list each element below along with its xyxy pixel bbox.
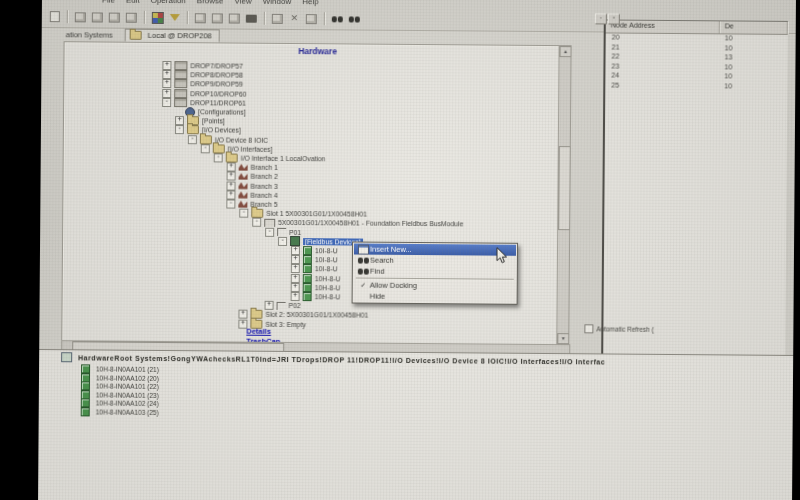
tree-row[interactable]: -DROP11/DROP61 bbox=[162, 98, 246, 108]
tree-row[interactable]: +10H-8-U bbox=[291, 274, 341, 283]
tree-label[interactable]: DROP8/DROP58 bbox=[190, 71, 243, 78]
filter-button[interactable] bbox=[166, 10, 183, 25]
tree-label[interactable]: 10I-8-U bbox=[315, 266, 338, 273]
collapse-icon[interactable]: - bbox=[175, 125, 184, 134]
window-button[interactable] bbox=[269, 11, 286, 26]
copy-button[interactable] bbox=[106, 10, 123, 25]
tree-label[interactable]: Branch 1 bbox=[251, 164, 278, 171]
collapse-icon[interactable]: - bbox=[188, 135, 197, 144]
tree-label[interactable]: Slot 2: 5X00301G01/1X00458H01 bbox=[265, 311, 368, 319]
scroll-down-arrow[interactable]: ▼ bbox=[557, 333, 569, 344]
import-button[interactable] bbox=[209, 10, 226, 25]
find-toolbar-button[interactable] bbox=[346, 11, 363, 26]
tree-label[interactable]: I/O Interface 1 LocalOvation bbox=[241, 155, 326, 163]
menu-help[interactable]: Help bbox=[302, 0, 319, 6]
tree-row[interactable]: [Configurations] bbox=[175, 107, 246, 117]
camera-button[interactable] bbox=[243, 11, 260, 26]
undo-button[interactable] bbox=[72, 9, 89, 24]
tree-label[interactable]: I/O Device 8 IOIC bbox=[215, 136, 268, 143]
tree-row[interactable]: -[Fieldbus Devices] bbox=[278, 237, 363, 247]
menu-item-find[interactable]: Find bbox=[354, 266, 516, 278]
paste-button[interactable] bbox=[123, 10, 140, 25]
tree-label[interactable]: [Configurations] bbox=[198, 108, 246, 115]
print-button[interactable] bbox=[46, 9, 63, 24]
tree-label[interactable]: 5X00301G01/1X00458H01 - Foundation Field… bbox=[278, 219, 463, 227]
tree-label[interactable]: 10H-8-U bbox=[315, 284, 341, 291]
tree-row[interactable]: +10I-8-U bbox=[291, 264, 338, 273]
tree-row[interactable]: +10I-8-U bbox=[291, 255, 338, 264]
restore-button[interactable]: ▫ bbox=[608, 13, 620, 24]
collapse-icon[interactable]: - bbox=[265, 227, 274, 236]
tree-label[interactable]: 10I-8-U bbox=[315, 247, 338, 254]
expand-icon[interactable]: + bbox=[238, 319, 247, 328]
collapse-icon[interactable]: - bbox=[239, 209, 248, 218]
tree-row[interactable]: +Branch 2 bbox=[227, 172, 278, 181]
tree-label[interactable]: 10I-8-U bbox=[315, 256, 338, 263]
tab-local-drop[interactable]: Local @ DROP208 bbox=[125, 29, 220, 43]
menu-item-hide[interactable]: Hide bbox=[354, 291, 516, 303]
tree-row[interactable]: +Branch 1 bbox=[227, 163, 278, 172]
collapse-icon[interactable]: - bbox=[278, 237, 287, 246]
tree-row[interactable]: +10H-8-U bbox=[291, 283, 341, 292]
tree-label[interactable]: Slot 3: Empty bbox=[265, 320, 305, 327]
scroll-up-arrow[interactable]: ▲ bbox=[560, 46, 572, 57]
collapse-icon[interactable]: - bbox=[252, 218, 261, 227]
search-toolbar-button[interactable] bbox=[329, 11, 346, 26]
expand-icon[interactable]: + bbox=[265, 301, 274, 310]
tree-row[interactable]: +DROP10/DROP60 bbox=[162, 89, 246, 99]
tree-label[interactable]: Branch 4 bbox=[250, 191, 277, 198]
tree-label[interactable]: DROP10/DROP60 bbox=[190, 90, 246, 97]
tree-row[interactable]: +DROP8/DROP58 bbox=[162, 70, 243, 80]
results-item[interactable]: 10H-8-IN0AA103 (25) bbox=[81, 407, 159, 417]
menu-view[interactable]: View bbox=[234, 0, 251, 6]
table-row[interactable]: 2510 bbox=[605, 81, 787, 92]
tree-row[interactable]: +DROP9/DROP59 bbox=[162, 79, 243, 89]
tree-row[interactable]: +Branch 3 bbox=[226, 181, 277, 190]
tree-row[interactable]: -I/O Device 8 IOIC bbox=[188, 135, 268, 145]
vertical-scrollbar[interactable]: ▲ ▼ bbox=[556, 46, 570, 344]
tree-label[interactable]: P01 bbox=[289, 229, 301, 236]
tree-label[interactable]: DROP11/DROP61 bbox=[190, 99, 246, 106]
cut-button[interactable] bbox=[89, 9, 106, 24]
menu-edit[interactable]: Edit bbox=[126, 0, 140, 5]
menu-window[interactable]: Window bbox=[263, 0, 292, 6]
column-node-address[interactable]: Node Address bbox=[606, 20, 720, 33]
tree-row[interactable]: -[I/O Interfaces] bbox=[201, 144, 273, 154]
expand-icon[interactable]: + bbox=[291, 292, 300, 301]
tree-row[interactable]: +P02 bbox=[265, 301, 301, 310]
tree-row[interactable]: -[I/O Devices] bbox=[175, 125, 241, 135]
tree-label[interactable]: Branch 2 bbox=[251, 173, 278, 180]
delete-button[interactable]: ✕ bbox=[286, 11, 303, 26]
collapse-icon[interactable]: - bbox=[226, 200, 235, 209]
tree-label[interactable]: P02 bbox=[289, 302, 301, 309]
tree-row[interactable]: +[Points] bbox=[175, 116, 225, 125]
menu-operation[interactable]: Operation bbox=[151, 0, 186, 5]
minimize-button[interactable]: - bbox=[595, 13, 607, 24]
studio-button[interactable] bbox=[149, 10, 166, 25]
tree-label[interactable]: DROP9/DROP59 bbox=[190, 81, 243, 88]
menu-file[interactable]: File bbox=[102, 0, 115, 5]
tree-label[interactable]: DROP7/DROP57 bbox=[190, 62, 243, 69]
refresh-button[interactable] bbox=[303, 11, 320, 26]
column-device[interactable]: De bbox=[720, 21, 788, 34]
tree-row[interactable]: +10H-8-U bbox=[291, 292, 341, 301]
clipboard-button[interactable] bbox=[226, 10, 243, 25]
tree-row[interactable]: +Branch 4 bbox=[226, 190, 277, 199]
menu-browse[interactable]: Browse bbox=[197, 0, 224, 5]
auto-refresh-checkbox[interactable] bbox=[584, 324, 593, 333]
open-button[interactable] bbox=[192, 10, 209, 25]
tree-label[interactable]: Branch 3 bbox=[250, 182, 277, 189]
tree-row[interactable]: +DROP7/DROP57 bbox=[162, 61, 243, 71]
scrollbar-thumb[interactable] bbox=[558, 146, 571, 230]
tree-label[interactable]: [I/O Interfaces] bbox=[228, 145, 273, 152]
tree-row[interactable]: +10I-8-U bbox=[291, 246, 338, 255]
tree-label[interactable]: Slot 1 5X00301G01/1X00458H01 bbox=[266, 210, 367, 218]
tree-label[interactable]: [I/O Devices] bbox=[202, 127, 241, 134]
tree-label[interactable]: [Points] bbox=[202, 117, 225, 124]
collapse-icon[interactable]: - bbox=[162, 98, 171, 107]
tree-label[interactable]: 10H-8-U bbox=[315, 275, 341, 282]
tree-label[interactable]: 10H-8-U bbox=[315, 293, 341, 300]
tree-row[interactable]: +Slot 3: Empty bbox=[238, 319, 305, 329]
collapse-icon[interactable]: - bbox=[214, 153, 223, 162]
collapse-icon[interactable]: - bbox=[201, 144, 210, 153]
